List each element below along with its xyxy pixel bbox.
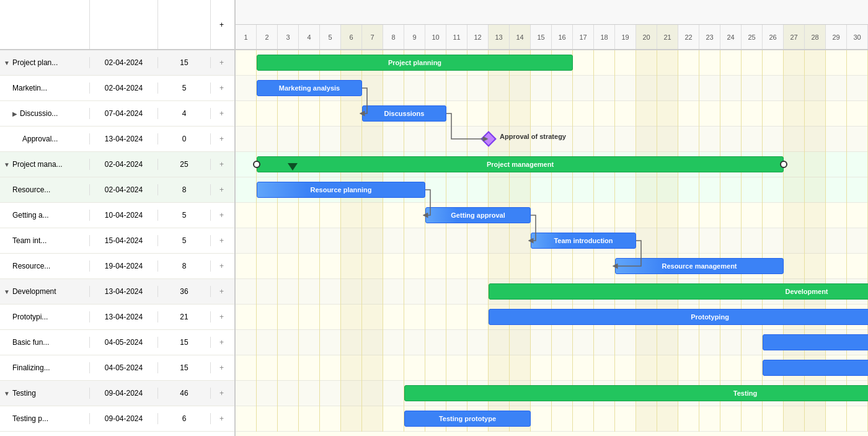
expand-icon-2[interactable]: ▶ <box>12 110 17 117</box>
bar-row-0[interactable]: Project planning <box>257 55 573 71</box>
day-header-20: 21 <box>657 25 678 49</box>
start-date-11: 04-05-2024 <box>90 337 158 348</box>
day-header-19: 20 <box>636 25 657 49</box>
gantt-chart[interactable]: 1234567891011121314151617181920212223242… <box>236 0 868 436</box>
bar-row-13[interactable]: Testing <box>404 385 868 401</box>
grid-col-5 <box>341 50 362 432</box>
day-header-27: 28 <box>805 25 826 49</box>
duration-8: 8 <box>158 260 211 272</box>
task-row-8: Resource... 19-04-2024 8 + <box>0 254 234 279</box>
day-header-5: 6 <box>341 25 362 49</box>
duration-1: 5 <box>158 82 211 94</box>
duration-4: 25 <box>158 159 211 170</box>
add-btn-2[interactable]: + <box>211 109 232 118</box>
add-btn-7[interactable]: + <box>211 236 232 245</box>
day-header-7: 8 <box>383 25 404 49</box>
task-name-13: ▼ Testing <box>0 388 90 399</box>
grid-col-22 <box>699 50 720 432</box>
duration-11: 15 <box>158 337 211 348</box>
task-name-14: Testing p... <box>0 413 90 424</box>
start-date-10: 13-04-2024 <box>90 311 158 323</box>
gantt-header: 1234567891011121314151617181920212223242… <box>236 0 868 50</box>
task-row-4: ▼ Project mana... 02-04-2024 25 + <box>0 152 234 177</box>
expand-icon-0[interactable]: ▼ <box>4 60 10 66</box>
task-row-7: Team int... 15-04-2024 5 + <box>0 228 234 254</box>
duration-3: 0 <box>158 133 211 145</box>
grid-col-1 <box>257 50 278 432</box>
col-add[interactable]: + <box>211 0 232 49</box>
cursor-indicator <box>288 163 298 171</box>
month-label <box>236 0 868 25</box>
start-date-3: 13-04-2024 <box>90 133 158 145</box>
task-name-6: Getting a... <box>0 210 90 221</box>
add-btn-13[interactable]: + <box>211 389 232 398</box>
bar-row-9[interactable]: Development <box>489 283 868 300</box>
expand-icon-9[interactable]: ▼ <box>4 288 10 295</box>
task-row-13: ▼ Testing 09-04-2024 46 + <box>0 381 234 406</box>
grid-col-23 <box>720 50 742 432</box>
milestone-label-3: Approval of strategy <box>500 133 566 140</box>
add-btn-11[interactable]: + <box>211 338 232 347</box>
expand-icon-4[interactable]: ▼ <box>4 161 10 168</box>
day-header-4: 5 <box>320 25 341 49</box>
duration-12: 15 <box>158 362 211 373</box>
task-name-4: ▼ Project mana... <box>0 159 90 170</box>
grid-col-12 <box>489 50 510 432</box>
add-btn-5[interactable]: + <box>211 185 232 194</box>
task-name-9: ▼ Development <box>0 286 90 297</box>
day-header-24: 25 <box>742 25 763 49</box>
bar-row-12[interactable]: Finalizing... <box>763 360 868 376</box>
task-row-10: Prototypi... 13-04-2024 21 + <box>0 305 234 330</box>
day-header-29: 30 <box>847 25 868 49</box>
day-header-16: 17 <box>573 25 594 49</box>
circle-left-row-4 <box>253 161 260 168</box>
add-btn-9[interactable]: + <box>211 287 232 296</box>
day-header-17: 18 <box>594 25 615 49</box>
start-date-2: 07-04-2024 <box>90 108 158 119</box>
grid-col-0 <box>236 50 257 432</box>
add-btn-3[interactable]: + <box>211 135 232 143</box>
task-row-9: ▼ Development 13-04-2024 36 + <box>0 279 234 305</box>
task-name-11: Basic fun... <box>0 337 90 348</box>
start-date-9: 13-04-2024 <box>90 286 158 297</box>
grid-col-2 <box>278 50 299 432</box>
gantt-body: Project planningMarketing analysisDiscus… <box>236 50 868 432</box>
day-header-28: 29 <box>826 25 847 49</box>
bar-row-10[interactable]: Prototyping <box>489 309 868 325</box>
add-btn-4[interactable]: + <box>211 160 232 169</box>
duration-9: 36 <box>158 286 211 297</box>
bar-row-7[interactable]: Team introduction <box>531 233 636 249</box>
add-btn-0[interactable]: + <box>211 58 232 67</box>
bar-row-4[interactable]: Project management <box>257 156 784 172</box>
add-btn-1[interactable]: + <box>211 84 232 92</box>
day-header-2: 3 <box>278 25 299 49</box>
bar-row-2[interactable]: Discussions <box>362 105 446 122</box>
add-btn-8[interactable]: + <box>211 262 232 270</box>
bar-row-5[interactable]: Resource planning <box>257 182 425 198</box>
add-btn-6[interactable]: + <box>211 211 232 220</box>
task-row-2: ▶ Discussio... 07-04-2024 4 + <box>0 101 234 127</box>
day-header-1: 2 <box>257 25 278 49</box>
start-date-5: 02-04-2024 <box>90 184 158 195</box>
bar-row-6[interactable]: Getting approval <box>425 207 531 223</box>
add-btn-14[interactable]: + <box>211 414 232 423</box>
col-duration <box>158 0 211 49</box>
duration-2: 4 <box>158 108 211 119</box>
grid-col-4 <box>320 50 341 432</box>
bar-row-11[interactable]: Basic fun... <box>763 334 868 350</box>
add-btn-12[interactable]: + <box>211 363 232 372</box>
add-btn-10[interactable]: + <box>211 313 232 321</box>
task-row-14: Testing p... 09-04-2024 6 + <box>0 406 234 432</box>
bar-row-1[interactable]: Marketing analysis <box>257 80 362 96</box>
expand-icon-13[interactable]: ▼ <box>4 390 10 397</box>
day-header-3: 4 <box>299 25 320 49</box>
bar-row-14[interactable]: Testing prototype <box>404 411 531 427</box>
start-date-6: 10-04-2024 <box>90 210 158 221</box>
duration-14: 6 <box>158 413 211 424</box>
task-name-8: Resource... <box>0 260 90 272</box>
bar-row-8[interactable]: Resource management <box>615 258 784 274</box>
task-name-10: Prototypi... <box>0 311 90 323</box>
task-name-12: Finalizing... <box>0 362 90 373</box>
day-header-18: 19 <box>615 25 636 49</box>
task-row-12: Finalizing... 04-05-2024 15 + <box>0 355 234 381</box>
